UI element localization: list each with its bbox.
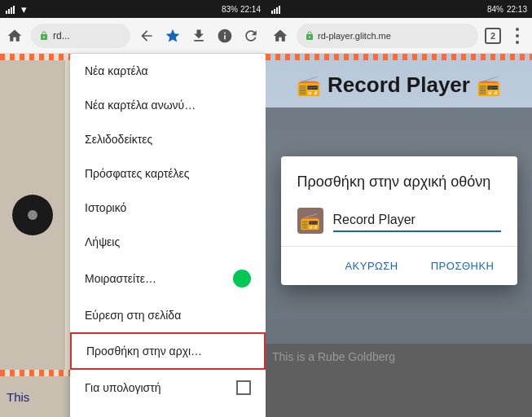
home-icon[interactable] xyxy=(5,26,24,46)
dialog-cancel-button[interactable]: ΑΚΥΡΩΣΗ xyxy=(332,253,411,279)
svg-rect-5 xyxy=(271,11,273,14)
svg-rect-2 xyxy=(11,7,12,14)
menu-item-share[interactable]: Μοιραστείτε… xyxy=(70,259,266,298)
svg-text:▾: ▾ xyxy=(21,3,27,15)
deco-strip-top-right xyxy=(266,54,532,60)
menu-item-desktop[interactable]: Για υπολογιστή xyxy=(70,370,266,406)
tab-count-icon[interactable]: 2 xyxy=(485,28,501,44)
lock-icon-right xyxy=(305,31,314,41)
status-bar-left: ▾ 83% 22:14 xyxy=(0,0,266,18)
browser-toolbar-left: rd... xyxy=(0,18,266,54)
address-text-left: rd... xyxy=(53,30,70,42)
right-panel: 84% 22:13 rd-player.glitch.me 2 📻 Record… xyxy=(266,0,532,417)
dialog-name-input[interactable] xyxy=(333,209,501,232)
lock-icon xyxy=(39,31,49,41)
home-icon-right[interactable] xyxy=(270,26,290,46)
menu-item-settings[interactable]: Ρυθμίσεις xyxy=(70,406,266,417)
svg-point-11 xyxy=(516,41,519,44)
page-header-right: 📻 Record Player 📻 xyxy=(266,60,532,106)
status-left-icons: ▾ xyxy=(5,2,29,15)
status-right-left xyxy=(270,2,284,15)
status-bar-right: 84% 22:13 xyxy=(266,0,532,18)
record-icon-left xyxy=(12,195,53,235)
page-title-right: Record Player xyxy=(328,72,470,98)
svg-rect-8 xyxy=(279,6,280,14)
desktop-checkbox[interactable] xyxy=(236,380,251,395)
star-icon-left[interactable] xyxy=(163,26,182,46)
wifi-icon: ▾ xyxy=(21,2,29,15)
page-title-row: 📻 Record Player 📻 xyxy=(274,72,524,98)
page-snippet-left xyxy=(0,60,65,370)
browser-toolbar-right: rd-player.glitch.me 2 xyxy=(266,18,532,54)
menu-item-bookmarks[interactable]: Σελιδοδείκτες xyxy=(70,122,266,156)
dialog-title: Προσθήκη στην αρχική οθόνη xyxy=(281,156,517,200)
time-right: 22:13 xyxy=(507,5,527,14)
dialog-actions: ΑΚΥΡΩΣΗ ΠΡΟΣΘΗΚΗ xyxy=(281,247,517,285)
bottom-label-left: This xyxy=(7,390,29,404)
svg-rect-7 xyxy=(276,7,278,14)
svg-rect-6 xyxy=(274,9,275,14)
radio-icon-dialog: 📻 xyxy=(300,211,320,230)
menu-item-new-tab[interactable]: Νέα καρτέλα xyxy=(70,54,266,88)
status-right-info: 84% 22:13 xyxy=(487,5,527,14)
dialog-input-row: 📻 xyxy=(281,200,517,247)
dialog-app-icon: 📻 xyxy=(297,208,323,234)
svg-rect-3 xyxy=(13,6,15,14)
svg-point-9 xyxy=(516,28,519,31)
menu-item-downloads[interactable]: Λήψεις xyxy=(70,225,266,259)
battery-left: 83% xyxy=(222,5,238,14)
back-icon[interactable] xyxy=(137,26,156,46)
menu-item-incognito[interactable]: Νέα καρτέλα ανωνύ… xyxy=(70,88,266,122)
address-text-right: rd-player.glitch.me xyxy=(318,31,391,41)
menu-item-history[interactable]: Ιστορικό xyxy=(70,191,266,225)
menu-item-recent-tabs[interactable]: Πρόσφατες καρτέλες xyxy=(70,156,266,191)
dialog-overlay: Προσθήκη στην αρχική οθόνη 📻 ΑΚΥΡΩΣΗ ΠΡΟ… xyxy=(266,108,532,417)
battery-right: 84% xyxy=(487,5,503,14)
dropdown-menu: Νέα καρτέλα Νέα καρτέλα ανωνύ… Σελιδοδεί… xyxy=(70,54,266,417)
address-bar-right[interactable]: rd-player.glitch.me xyxy=(297,24,478,48)
svg-rect-0 xyxy=(6,11,7,14)
signal-icon-right xyxy=(270,2,284,15)
svg-rect-1 xyxy=(8,9,10,14)
page-content-right: 📻 Record Player 📻 Click to select or tak… xyxy=(266,54,532,417)
info-icon[interactable] xyxy=(215,26,235,46)
download-icon[interactable] xyxy=(189,26,209,46)
menu-item-add-homescreen[interactable]: Προσθήκη στην αρχι… xyxy=(70,332,266,370)
refresh-icon[interactable] xyxy=(241,26,261,46)
more-icon-right[interactable] xyxy=(508,26,527,46)
left-panel: ▾ 83% 22:14 rd... xyxy=(0,0,266,417)
dialog-add-button[interactable]: ΠΡΟΣΘΗΚΗ xyxy=(418,253,508,279)
radio-emoji-right: 📻 xyxy=(477,74,501,97)
add-homescreen-dialog: Προσθήκη στην αρχική οθόνη 📻 ΑΚΥΡΩΣΗ ΠΡΟ… xyxy=(281,156,517,285)
time-left: 22:14 xyxy=(240,5,261,14)
radio-emoji-left: 📻 xyxy=(297,74,321,97)
menu-item-find[interactable]: Εύρεση στη σελίδα xyxy=(70,298,266,332)
svg-point-10 xyxy=(516,34,519,37)
signal-icon xyxy=(5,2,18,15)
address-bar-left[interactable]: rd... xyxy=(31,24,130,48)
status-right-info: 83% 22:14 xyxy=(222,5,261,14)
share-badge xyxy=(233,270,251,288)
